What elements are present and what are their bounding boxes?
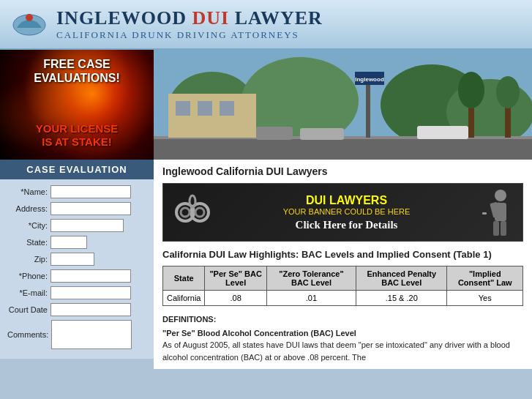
state-label: State:: [7, 238, 48, 247]
banner-title: DUI LAWYERS: [222, 194, 471, 207]
name-input[interactable]: [50, 185, 131, 198]
svg-rect-25: [191, 210, 194, 215]
email-input[interactable]: [50, 286, 131, 299]
email-row: *E-mail:: [7, 286, 146, 299]
court-date-label: Court Date: [7, 305, 48, 314]
table-row: California .08 .01 .15 & .20 Yes: [163, 291, 523, 306]
cell-per-se: .08: [205, 291, 266, 306]
name-label: *Name:: [7, 187, 48, 196]
svg-rect-16: [256, 127, 293, 140]
dui-table: State "Per Se" BAC Level "Zero Tolerance…: [162, 266, 523, 306]
svg-point-22: [496, 76, 520, 108]
zip-label: Zip:: [7, 255, 48, 264]
state-input[interactable]: [50, 236, 87, 249]
comments-row: Comments:: [7, 320, 146, 349]
hero-free-text: FREE CASE EVALUATIONS!: [0, 57, 154, 85]
phone-row: *Phone:: [7, 269, 146, 283]
svg-rect-17: [300, 128, 344, 140]
header-text: Inglewood DUI Lawyer California Drunk Dr…: [56, 7, 323, 41]
court-date-input[interactable]: [50, 303, 131, 316]
case-eval-bar: CASE EVALUATION: [0, 160, 154, 179]
comments-label: Comments:: [7, 330, 48, 339]
main-layout: FREE CASE EVALUATIONS! YOUR LICENSE IS A…: [0, 50, 532, 369]
page-title: Inglewood California DUI Lawyers: [162, 165, 523, 177]
top-photo: Inglewood: [154, 50, 532, 160]
hero-license-text: YOUR LICENSE IS AT STAKE!: [0, 122, 154, 149]
svg-rect-18: [417, 126, 468, 139]
city-label: *City:: [7, 221, 48, 230]
state-row: State:: [7, 236, 146, 249]
zip-input[interactable]: [50, 253, 94, 266]
cell-enhanced: .15 & .20: [356, 291, 447, 306]
svg-point-20: [458, 72, 484, 108]
name-row: *Name:: [7, 185, 146, 198]
logo-icon: [11, 12, 48, 37]
col-per-se: "Per Se" BAC Level: [205, 266, 266, 291]
cell-zero-tolerance: .01: [266, 291, 356, 306]
svg-rect-11: [198, 101, 212, 116]
hero-image: FREE CASE EVALUATIONS! YOUR LICENSE IS A…: [0, 50, 154, 160]
svg-rect-35: [482, 212, 487, 215]
banner-cta: Click Here for Details: [222, 219, 471, 231]
address-row: Address:: [7, 202, 146, 215]
main-content: Inglewood Inglewood California DUI Lawye…: [154, 50, 532, 369]
sidebar: FREE CASE EVALUATIONS! YOUR LICENSE IS A…: [0, 50, 154, 369]
address-label: Address:: [7, 204, 48, 213]
definitions-section: DEFINITIONS: "Per Se" Blood Alcohol Conc…: [162, 313, 523, 363]
zip-row: Zip:: [7, 253, 146, 266]
city-row: *City:: [7, 219, 146, 232]
table-title: California DUI Law Highlights: BAC Level…: [162, 249, 523, 260]
phone-input[interactable]: [50, 269, 131, 283]
table-header-row: State "Per Se" BAC Level "Zero Tolerance…: [163, 266, 523, 291]
svg-point-27: [195, 208, 204, 217]
col-enhanced: Enhanced Penalty BAC Level: [356, 266, 447, 291]
svg-rect-33: [493, 221, 499, 236]
address-input[interactable]: [50, 202, 131, 215]
col-implied-consent: "Implied Consent" Law: [447, 266, 523, 291]
cell-implied: Yes: [447, 291, 523, 306]
svg-point-1: [26, 14, 33, 21]
phone-label: *Phone:: [7, 272, 48, 280]
definitions-title: DEFINITIONS:: [162, 313, 523, 326]
comments-input[interactable]: [51, 320, 132, 349]
svg-rect-12: [220, 101, 234, 116]
cell-state: California: [163, 291, 205, 306]
site-header: Inglewood DUI Lawyer California Drunk Dr…: [0, 0, 532, 50]
svg-point-29: [495, 190, 506, 201]
city-input[interactable]: [50, 219, 124, 232]
banner-right-graphic: [471, 184, 522, 241]
email-label: *E-mail:: [7, 288, 48, 297]
per-se-title: "Per Se" Blood Alcohol Concentration (BA…: [162, 327, 523, 340]
case-form: *Name: Address: *City: State: Zip: *Phon…: [0, 179, 154, 359]
banner-subtitle: YOUR BANNER COULD BE HERE: [222, 207, 471, 216]
col-zero-tolerance: "Zero Tolerance" BAC Level: [266, 266, 356, 291]
content-inner: Inglewood California DUI Lawyers: [154, 160, 532, 369]
court-date-row: Court Date: [7, 303, 146, 316]
svg-point-26: [181, 208, 190, 217]
banner-ad[interactable]: DUI LAWYERS YOUR BANNER COULD BE HERE Cl…: [162, 183, 523, 242]
site-subtitle: California Drunk Driving Attorneys: [56, 29, 323, 41]
svg-rect-10: [176, 101, 190, 116]
site-title: Inglewood DUI Lawyer: [56, 7, 323, 29]
svg-rect-34: [501, 221, 506, 236]
col-state: State: [163, 266, 205, 291]
svg-rect-7: [154, 138, 532, 160]
banner-left-graphic: [163, 184, 222, 241]
banner-center: DUI LAWYERS YOUR BANNER COULD BE HERE Cl…: [222, 194, 471, 231]
per-se-text: As of August 2005, all states have DUI l…: [162, 339, 523, 363]
svg-text:Inglewood: Inglewood: [355, 76, 384, 83]
